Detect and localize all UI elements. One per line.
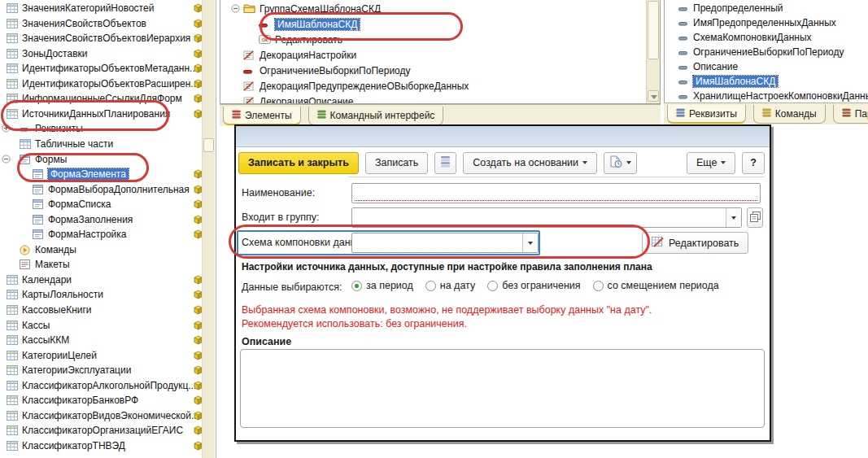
metadata-tree-item[interactable]: КлассификаторАлкогольнойПродукц...	[0, 379, 216, 394]
metadata-tree-item[interactable]: КлассификаторВидовЭкономической...	[0, 409, 216, 424]
scroll-down-button[interactable]	[648, 90, 659, 102]
form-element-item[interactable]: ИмяШаблонаСКД	[220, 18, 660, 33]
tree-item-label: ЗоныДоставки	[22, 48, 87, 59]
tab-label: Команды	[775, 108, 817, 120]
metadata-tree-item[interactable]: Календари	[0, 273, 216, 288]
attribute-item[interactable]: ОграничениеВыборкиПоПериоду	[665, 46, 868, 60]
radio-option[interactable]: без ограничения	[487, 280, 580, 291]
metadata-tree-item[interactable]: Макеты	[0, 258, 216, 273]
elements-tabstrip: ЭлементыКомандный интерфейс	[220, 104, 661, 126]
table2-icon	[20, 139, 31, 151]
form-element-item[interactable]: ДекорацияНастройки	[220, 49, 660, 63]
help-button[interactable]: ?	[742, 152, 765, 174]
tab-attributes-tab[interactable]: Параметры	[833, 105, 868, 124]
table-icon	[7, 365, 18, 377]
form-element-item[interactable]: ОграничениеВыборкиПоПериоду	[220, 64, 660, 79]
dash-grey-icon	[678, 76, 688, 88]
tab-label: Элементы	[245, 110, 292, 121]
attribute-item[interactable]: ИмяПредопределенныхДанных	[665, 16, 868, 31]
history-button[interactable]	[604, 152, 637, 174]
metadata-tree-item[interactable]: КассовыеКниги	[0, 303, 216, 318]
tab-attributes-active[interactable]: Реквизиты	[667, 105, 746, 124]
dropdown-button[interactable]	[522, 233, 538, 252]
metadata-tree-item[interactable]: ЗначенияКатегорийНовостей	[0, 2, 216, 16]
metadata-tree-item[interactable]: КлассификаторБанковРФ	[0, 394, 216, 408]
save-button[interactable]: Записать	[365, 152, 428, 174]
metadata-tree-item[interactable]: ФормаВыбораДополнительная	[0, 183, 216, 198]
radio-dot-icon	[425, 281, 436, 291]
metadata-tree-item[interactable]: ИдентификаторыОбъектовРасширен...	[0, 77, 216, 92]
metadata-tree-item[interactable]: ФормаЗаполнения	[0, 213, 216, 228]
metadata-tree-item[interactable]: ЗоныДоставки	[0, 47, 216, 62]
radio-selected[interactable]: за период	[351, 280, 413, 291]
metadata-tree-item[interactable]: ЗначенияСвойствОбъектовИерархия	[0, 32, 216, 46]
table-icon	[7, 49, 18, 61]
data-select-radiogroup: за периодна датубез ограничениясо смещен…	[351, 280, 719, 291]
tab-elements-active[interactable]: Элементы	[223, 107, 301, 125]
form-element-item[interactable]: ДекорацияОписание	[220, 95, 660, 104]
attribute-item[interactable]: ХранилищеНастроекКомпоновкиДанных	[665, 89, 868, 103]
metadata-tree-item[interactable]: ФормаНастройка	[0, 228, 216, 242]
expander-minus-icon[interactable]	[231, 4, 240, 15]
metadata-tree-item[interactable]: ИнформационныеСсылкиДляФорм	[0, 92, 216, 107]
left-tree-scrollbar[interactable]	[202, 0, 215, 458]
folder-icon	[243, 4, 255, 16]
scrollbar-thumb[interactable]	[648, 1, 659, 59]
tab-attributes-tab[interactable]: Команды	[753, 105, 826, 124]
scrollbar-thumb[interactable]	[203, 138, 214, 152]
bars-yellow-icon	[762, 108, 771, 120]
tab-elements-tab[interactable]: Командный интерфейс	[308, 107, 444, 125]
table-icon	[7, 33, 18, 46]
tree-item-label: ИдентификаторыОбъектовРасширен...	[22, 78, 198, 89]
save-and-close-button[interactable]: Записать и закрыть	[238, 152, 359, 174]
metadata-tree-item[interactable]: КатегорииЦелей	[0, 349, 216, 364]
attribute-item[interactable]: ИмяШаблонаСКД	[665, 75, 868, 89]
create-based-on-button[interactable]: Создать на основании	[463, 152, 597, 174]
chevron-down-icon	[731, 216, 736, 220]
dash-grey-icon	[678, 3, 688, 15]
tree-item-label: ЗначенияКатегорийНовостей	[22, 2, 154, 14]
expander-minus-icon[interactable]	[2, 155, 11, 166]
name-input[interactable]	[351, 183, 761, 203]
group-combobox[interactable]	[351, 207, 742, 228]
metadata-tree-item[interactable]: КлассификаторТНВЭД	[0, 439, 216, 454]
metadata-tree-item[interactable]: ИдентификаторыОбъектовМетаданн...	[0, 62, 216, 76]
metadata-tree-item[interactable]: ИсточникиДанныхПланирования	[0, 107, 216, 122]
metadata-tree-item[interactable]: Формы	[0, 153, 216, 168]
table-icon	[7, 19, 18, 31]
attributes-tabstrip: РеквизитыКомандыПараметры	[664, 103, 868, 124]
register-records-button[interactable]	[434, 152, 456, 174]
radio-label: на дату	[440, 280, 475, 291]
metadata-tree-item[interactable]: КлассификаторОрганизацийЕГАИС	[0, 424, 216, 438]
metadata-tree-item[interactable]: Команды	[0, 243, 216, 258]
attribute-item[interactable]: Описание	[665, 60, 868, 75]
table-icon	[7, 63, 18, 76]
radio-option[interactable]: на дату	[425, 280, 475, 291]
metadata-tree-item[interactable]: ФормаЭлемента	[0, 168, 216, 182]
metadata-tree-item[interactable]: КартыЛояльности	[0, 288, 216, 303]
metadata-tree-item[interactable]: Табличные части	[0, 137, 216, 152]
attribute-item[interactable]: Предопределенный	[665, 2, 868, 16]
edit-dcs-button[interactable]: Редактировать	[642, 232, 748, 254]
form-element-item[interactable]: ДекорацияПредупреждениеОВыборкеДанных	[220, 80, 660, 94]
elements-scrollbar[interactable]	[646, 0, 660, 103]
description-textarea[interactable]	[240, 349, 765, 428]
metadata-tree-item[interactable]: Кассы	[0, 319, 216, 334]
more-button[interactable]: Еще	[687, 152, 735, 174]
dropdown-button[interactable]	[726, 208, 741, 227]
metadata-tree-item[interactable]: ЗначенияСвойствОбъектов	[0, 17, 216, 32]
metadata-tree-item[interactable]: КассыККМ	[0, 334, 216, 348]
form-element-item[interactable]: окРедактировать	[220, 33, 660, 48]
radio-option[interactable]: со смещением периода	[593, 280, 719, 291]
group-choose-button[interactable]	[747, 207, 763, 228]
dcs-combobox[interactable]	[351, 233, 539, 253]
metadata-tree-item[interactable]: КатегорииЭксплуатации	[0, 364, 216, 378]
metadata-tree-item[interactable]: ФормаСписка	[0, 198, 216, 212]
expander-plus-icon[interactable]	[2, 124, 11, 135]
tree-item-label: КатегорииЦелей	[22, 350, 97, 361]
bars-blue-icon	[676, 108, 685, 120]
form-icon	[33, 185, 43, 197]
metadata-tree-item[interactable]: Реквизиты	[0, 122, 216, 137]
form-element-item[interactable]: ГруппаСхемаШаблонаСКД	[220, 2, 660, 17]
attribute-item[interactable]: СхемаКомпоновкиДанных	[665, 31, 868, 46]
